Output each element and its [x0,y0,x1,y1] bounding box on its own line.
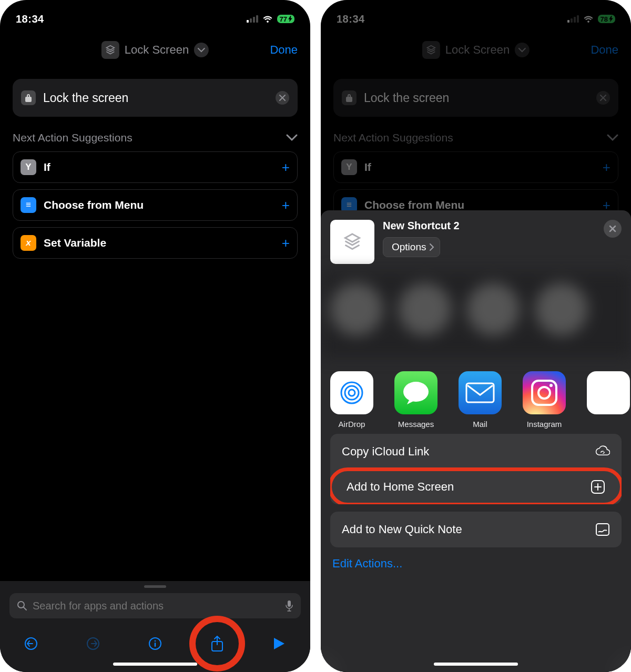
action-lock-screen: Lock the screen [333,79,618,117]
add-suggestion-button[interactable]: + [282,235,290,251]
suggestion-icon: ≡ [21,197,36,213]
action-block-label: Lock the screen [364,91,589,105]
shortcut-glyph-icon [422,41,440,59]
battery-indicator: 77 [277,15,294,23]
svg-point-0 [18,602,24,608]
svg-rect-17 [596,524,609,535]
share-app-mail[interactable]: Mail [457,371,503,429]
svg-point-14 [538,387,550,399]
chevron-down-icon [607,134,618,141]
svg-rect-6 [155,643,156,647]
options-button[interactable]: Options [383,237,440,257]
note-icon [595,522,610,537]
action-group-2: Add to New Quick Note [330,512,622,547]
cellular-signal-icon [247,15,258,23]
share-button[interactable] [205,631,230,656]
redo-button[interactable] [80,631,106,656]
chevron-down-icon [286,134,298,141]
search-field[interactable] [9,593,301,618]
contacts-row[interactable] [321,272,631,357]
status-bar: 18:34 78 [321,0,631,32]
battery-indicator: 78 [598,15,615,23]
undo-button[interactable] [18,631,44,656]
nav-header: Lock Screen Done [321,32,631,68]
plus-square-icon [591,480,605,494]
svg-point-11 [403,382,429,402]
microphone-icon[interactable] [285,600,293,612]
svg-point-15 [549,384,553,387]
suggestion-row[interactable]: YIf+ [13,151,298,183]
shortcut-title[interactable]: Lock Screen [125,43,189,57]
lock-icon [342,90,357,105]
share-sheet: New Shortcut 2 Options AirDropMessagesMa… [321,210,631,672]
wifi-icon [583,13,594,25]
action-group-1: Copy iCloud LinkAdd to Home Screen [330,434,622,504]
share-app-partial[interactable] [586,371,631,429]
run-button[interactable] [267,631,292,656]
sheet-action-cloud-link[interactable]: Copy iCloud Link [330,434,622,470]
instagram-icon [523,371,566,414]
remove-action-button[interactable] [276,91,289,105]
action-item-label: Add to New Quick Note [342,523,462,536]
suggestion-label: Set Variable [44,237,274,249]
app-label: Mail [473,420,487,429]
edit-actions-link[interactable]: Edit Actions... [321,547,631,571]
info-button[interactable] [143,631,168,656]
done-button[interactable]: Done [591,43,618,57]
nav-header: Lock Screen Done [0,32,310,68]
app-label: Messages [398,420,434,429]
panel-grabber[interactable] [144,585,166,588]
search-icon [17,600,27,611]
suggestions-header[interactable]: Next Action Suggestions [0,117,310,151]
home-indicator[interactable] [113,663,197,666]
cellular-signal-icon [567,15,579,23]
mail-icon [459,371,502,414]
lock-icon [21,90,36,105]
shortcut-thumbnail [330,220,374,264]
suggestion-icon: Y [341,159,357,175]
action-lock-screen[interactable]: Lock the screen [13,79,298,117]
shortcut-glyph-icon[interactable] [101,41,119,59]
suggestion-row[interactable]: ≡Choose from Menu+ [13,189,298,221]
share-app-airdrop[interactable]: AirDrop [329,371,374,429]
phone-left: 18:34 77 Lock Screen Done [0,0,310,672]
suggestion-icon: x [21,235,36,251]
suggestions-list: YIf+≡Choose from Menu+xSet Variable+ [0,151,310,259]
partial-icon [587,371,630,414]
app-label: AirDrop [339,420,365,429]
search-input[interactable] [33,600,280,612]
sheet-action-plus-square[interactable]: Add to Home Screen [330,467,622,504]
add-suggestion-button[interactable]: + [282,159,290,176]
svg-point-9 [345,386,359,400]
status-time: 18:34 [16,13,44,25]
suggestion-label: If [364,161,595,174]
suggestion-row[interactable]: xSet Variable+ [13,227,298,259]
phone-right: 18:34 78 Lock Screen Done [321,0,631,672]
svg-rect-1 [288,600,291,607]
close-button[interactable] [604,220,622,238]
share-apps-row[interactable]: AirDropMessagesMailInstagram [321,357,631,434]
remove-action-button [596,91,610,105]
svg-rect-12 [466,383,494,402]
messages-icon [394,371,437,414]
share-app-instagram[interactable]: Instagram [522,371,567,429]
sheet-action-note[interactable]: Add to New Quick Note [330,512,622,547]
home-indicator[interactable] [434,663,518,666]
bottom-panel [0,581,310,672]
chevron-down-icon[interactable] [194,43,209,57]
suggestion-row: YIf+ [333,151,618,183]
suggestion-icon: Y [21,159,36,175]
add-suggestion-button[interactable]: + [282,197,290,213]
suggestion-label: Choose from Menu [364,199,595,211]
status-time: 18:34 [337,13,365,25]
status-bar: 18:34 77 [0,0,310,32]
app-label: Instagram [527,420,562,429]
done-button[interactable]: Done [270,43,298,57]
cloud-link-icon [595,444,610,459]
chevron-down-icon [515,43,530,57]
annotation-circle [189,616,245,671]
suggestions-header: Next Action Suggestions [321,117,631,151]
svg-point-5 [155,640,156,642]
share-app-messages[interactable]: Messages [393,371,439,429]
suggestion-label: If [44,161,274,174]
